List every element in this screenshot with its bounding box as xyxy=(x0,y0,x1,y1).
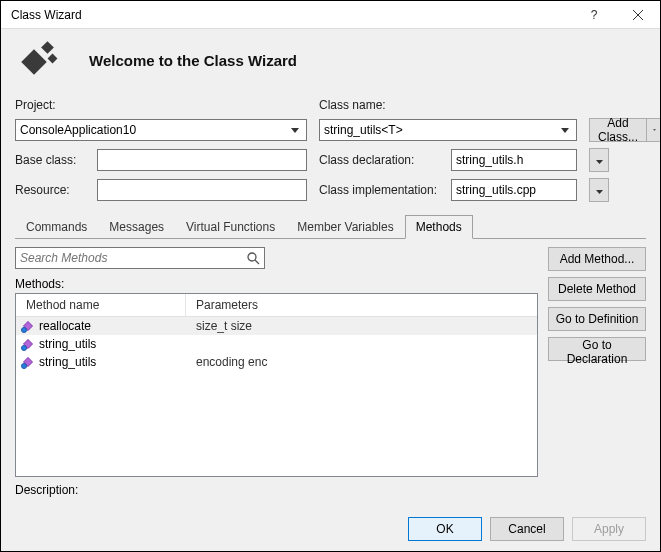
class-implementation-drop[interactable]: string_utils.cpp xyxy=(451,179,577,201)
project-label: Project: xyxy=(15,98,307,112)
add-method-button[interactable]: Add Method... xyxy=(548,247,646,271)
resource-field[interactable] xyxy=(97,179,307,201)
search-input[interactable] xyxy=(15,247,265,269)
search-box[interactable] xyxy=(15,247,265,269)
description-label: Description: xyxy=(15,483,538,497)
wizard-title: Welcome to the Class Wizard xyxy=(89,52,297,69)
svg-marker-7 xyxy=(653,129,656,131)
svg-rect-4 xyxy=(48,54,58,64)
tab-commands[interactable]: Commands xyxy=(15,215,98,239)
chevron-down-icon xyxy=(286,121,304,139)
add-class-dropdown[interactable] xyxy=(647,118,660,142)
wizard-icon xyxy=(15,37,63,84)
table-row[interactable]: string_utilsencoding enc xyxy=(16,353,537,371)
base-class-label: Base class: xyxy=(15,153,85,167)
add-class-button[interactable]: Add Class... xyxy=(589,118,647,142)
base-class-field[interactable] xyxy=(97,149,307,171)
chevron-down-icon xyxy=(653,128,656,132)
window-title: Class Wizard xyxy=(11,8,572,22)
class-declaration-value: string_utils.h xyxy=(456,153,523,167)
svg-marker-8 xyxy=(596,160,603,164)
chevron-down-icon xyxy=(596,190,603,194)
svg-marker-5 xyxy=(291,128,299,133)
method-name-cell: reallocate xyxy=(16,319,186,333)
apply-button[interactable]: Apply xyxy=(572,517,646,541)
method-name-text: string_utils xyxy=(39,355,96,369)
class-declaration-drop[interactable]: string_utils.h xyxy=(451,149,577,171)
top-form: Project: Class name: ConsoleApplication1… xyxy=(15,98,646,202)
dialog-footer: OK Cancel Apply xyxy=(1,507,660,551)
svg-marker-6 xyxy=(561,128,569,133)
methods-label: Methods: xyxy=(15,277,538,291)
goto-declaration-button[interactable]: Go to Declaration xyxy=(548,337,646,361)
close-icon xyxy=(633,10,643,20)
method-name-cell: string_utils xyxy=(16,337,186,351)
class-name-combo[interactable]: string_utils<T> xyxy=(319,119,577,141)
ok-button[interactable]: OK xyxy=(408,517,482,541)
svg-rect-2 xyxy=(21,49,46,74)
chevron-down-icon xyxy=(596,160,603,164)
methods-list[interactable]: Method name Parameters reallocatesize_t … xyxy=(15,293,538,477)
question-icon: ? xyxy=(591,8,598,22)
resource-label: Resource: xyxy=(15,183,85,197)
class-declaration-dropdown[interactable] xyxy=(589,148,609,172)
method-name-cell: string_utils xyxy=(16,355,186,369)
svg-marker-9 xyxy=(596,190,603,194)
parameters-cell: size_t size xyxy=(186,319,537,333)
add-class-split-button[interactable]: Add Class... xyxy=(589,118,660,142)
svg-rect-3 xyxy=(41,41,54,54)
tab-methods[interactable]: Methods xyxy=(405,215,473,239)
tab-member-variables[interactable]: Member Variables xyxy=(286,215,404,239)
project-value: ConsoleApplication10 xyxy=(20,123,136,137)
wizard-header: Welcome to the Class Wizard xyxy=(15,29,646,98)
method-icon xyxy=(22,338,34,350)
chevron-down-icon xyxy=(556,121,574,139)
column-method-name[interactable]: Method name xyxy=(16,294,186,316)
project-combo[interactable]: ConsoleApplication10 xyxy=(15,119,307,141)
method-icon xyxy=(22,320,34,332)
list-header: Method name Parameters xyxy=(16,294,537,317)
cancel-button[interactable]: Cancel xyxy=(490,517,564,541)
parameters-cell: encoding enc xyxy=(186,355,537,369)
search-icon xyxy=(244,247,262,269)
tab-virtual-functions[interactable]: Virtual Functions xyxy=(175,215,286,239)
class-declaration-label: Class declaration: xyxy=(319,153,439,167)
help-button[interactable]: ? xyxy=(572,1,616,29)
method-icon xyxy=(22,356,34,368)
method-name-text: reallocate xyxy=(39,319,91,333)
class-name-label: Class name: xyxy=(319,98,577,112)
class-implementation-value: string_utils.cpp xyxy=(456,183,536,197)
class-implementation-label: Class implementation: xyxy=(319,183,439,197)
tabstrip: Commands Messages Virtual Functions Memb… xyxy=(15,214,646,239)
class-implementation-dropdown[interactable] xyxy=(589,178,609,202)
svg-point-10 xyxy=(248,253,256,261)
delete-method-button[interactable]: Delete Method xyxy=(548,277,646,301)
table-row[interactable]: string_utils xyxy=(16,335,537,353)
column-parameters[interactable]: Parameters xyxy=(186,294,537,316)
table-row[interactable]: reallocatesize_t size xyxy=(16,317,537,335)
goto-definition-button[interactable]: Go to Definition xyxy=(548,307,646,331)
svg-line-11 xyxy=(255,260,259,264)
tab-messages[interactable]: Messages xyxy=(98,215,175,239)
method-name-text: string_utils xyxy=(39,337,96,351)
class-name-value: string_utils<T> xyxy=(324,123,403,137)
titlebar: Class Wizard ? xyxy=(1,1,660,29)
close-button[interactable] xyxy=(616,1,660,29)
